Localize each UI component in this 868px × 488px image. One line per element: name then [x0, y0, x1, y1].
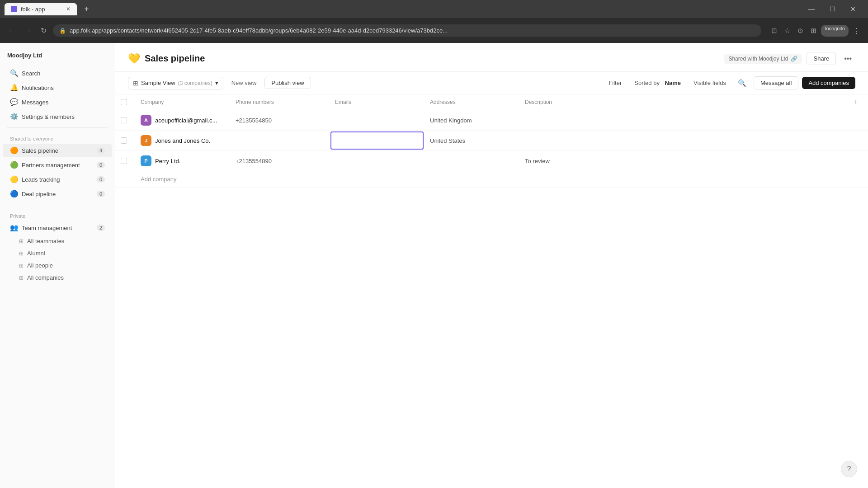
forward-button[interactable]: → [22, 25, 34, 37]
row-email-cell[interactable] [330, 110, 425, 131]
page-title: Sales pipeline [145, 53, 205, 64]
sidebar-sub-alumni[interactable]: ⊞ Alumni [3, 248, 112, 259]
extensions-button[interactable]: ⊞ [808, 25, 819, 37]
select-all-checkbox[interactable] [121, 99, 127, 105]
filter-button[interactable]: Filter [604, 77, 626, 89]
browser-navbar: ← → ↻ 🔒 app.folk.app/apps/contacts/netwo… [0, 18, 868, 43]
publish-view-button[interactable]: Publish view [264, 77, 311, 89]
row-checkbox-cell [115, 151, 135, 171]
sidebar-item-notifications[interactable]: 🔔 Notifications [3, 81, 112, 94]
header-emails: Emails [330, 94, 425, 110]
row-checkbox[interactable] [121, 158, 127, 164]
sidebar-item-search[interactable]: 🔍 Search [3, 66, 112, 80]
row-desc-cell[interactable] [519, 131, 848, 151]
minimize-button[interactable]: — [801, 0, 822, 18]
sort-key: Name [665, 80, 681, 86]
help-button[interactable]: ? [841, 461, 857, 477]
reload-button[interactable]: ↻ [38, 24, 49, 37]
add-company-label[interactable]: Add company [135, 171, 848, 188]
visible-fields-label: Visible fields [693, 80, 726, 86]
sidebar-item-partners[interactable]: 🟢 Partners management 0 [3, 158, 112, 172]
row-checkbox[interactable] [121, 137, 127, 144]
table-row: J Jones and Jones Co. United States [115, 131, 868, 151]
shared-with-text: Shared with Moodjoy Ltd [728, 56, 788, 62]
sidebar-sub-all-teammates[interactable]: ⊞ All teammates [3, 235, 112, 247]
search-button[interactable]: 🔍 [734, 77, 750, 89]
team-icon: 👥 [10, 224, 18, 232]
row-phone-cell[interactable]: +2135554890 [230, 151, 330, 171]
row-address-cell[interactable]: United Kingdom [425, 110, 519, 131]
sidebar-item-leads[interactable]: 🟡 Leads tracking 0 [3, 173, 112, 186]
header-phone: Phone numbers [230, 94, 330, 110]
company-name: Jones and Jones Co. [155, 137, 210, 144]
table-wrapper: Company Phone numbers Emails Addresses D… [115, 94, 868, 488]
row-checkbox[interactable] [121, 117, 127, 123]
sorted-by-label: Sorted by [634, 80, 660, 86]
row-email-cell[interactable] [330, 151, 425, 171]
shared-with-badge[interactable]: Shared with Moodjoy Ltd 🔗 [724, 54, 802, 64]
new-tab-button[interactable]: + [80, 5, 93, 14]
grid-icon: ⊞ [19, 238, 24, 244]
lock-icon: 🔒 [59, 28, 66, 34]
header-addresses: Addresses [425, 94, 519, 110]
row-phone-cell[interactable] [230, 131, 330, 151]
close-button[interactable]: ✕ [843, 0, 863, 18]
incognito-badge: Incognito [821, 25, 849, 37]
add-companies-button[interactable]: Add companies [802, 77, 855, 89]
sidebar-sub-all-people[interactable]: ⊞ All people [3, 260, 112, 271]
row-company-cell[interactable]: P Perry Ltd. [135, 151, 230, 171]
share-button[interactable]: Share [807, 52, 836, 65]
toolbar: ⊞ Sample View (3 companies) ▾ New view P… [115, 72, 868, 94]
sidebar-item-label: Sales pipeline [22, 147, 93, 154]
sidebar-item-deal-pipeline[interactable]: 🔵 Deal pipeline 0 [3, 187, 112, 201]
page-header: 💛 Sales pipeline Shared with Moodjoy Ltd… [115, 43, 868, 72]
message-all-button[interactable]: Message all [754, 76, 798, 89]
add-company-row[interactable]: Add company [115, 171, 868, 188]
sidebar-item-label: Team management [22, 225, 93, 231]
row-add-cell [848, 131, 868, 151]
filter-label: Filter [609, 80, 622, 86]
more-options-button[interactable]: ••• [840, 53, 855, 65]
header-add-col[interactable]: + [848, 94, 868, 110]
company-avatar: J [141, 135, 151, 146]
back-button[interactable]: ← [5, 25, 18, 37]
leads-icon: 🟡 [10, 175, 18, 183]
tab-close-button[interactable]: ✕ [66, 6, 71, 12]
row-company-cell[interactable]: J Jones and Jones Co. [135, 131, 230, 151]
view-name: Sample View [141, 80, 175, 86]
address-bar[interactable]: 🔒 app.folk.app/apps/contacts/network/4f6… [53, 24, 761, 37]
row-desc-cell[interactable] [519, 110, 848, 131]
chevron-down-icon: ▾ [215, 80, 218, 86]
row-email-cell[interactable] [330, 131, 425, 151]
view-selector[interactable]: ⊞ Sample View (3 companies) ▾ [128, 77, 223, 89]
sidebar-item-label: Notifications [22, 84, 105, 91]
sales-pipeline-icon: 🟠 [10, 146, 18, 155]
row-address-cell[interactable]: United States [425, 131, 519, 151]
visible-fields-button[interactable]: Visible fields [689, 77, 731, 89]
maximize-button[interactable]: ☐ [822, 0, 843, 18]
sidebar-item-settings[interactable]: ⚙️ Settings & members [3, 110, 112, 123]
sidebar-item-messages[interactable]: 💬 Messages [3, 95, 112, 109]
new-view-button[interactable]: New view [227, 77, 261, 89]
profile-button[interactable]: ⊙ [795, 25, 806, 37]
sidebar-item-sales-pipeline[interactable]: 🟠 Sales pipeline 4 [3, 144, 112, 157]
browser-tab[interactable]: folk - app ✕ [5, 3, 77, 15]
sub-item-label: All teammates [27, 238, 64, 244]
row-phone-cell[interactable]: +2135554850 [230, 110, 330, 131]
menu-button[interactable]: ⋮ [850, 25, 863, 37]
url-text: app.folk.app/apps/contacts/network/4f652… [70, 27, 755, 34]
sidebar-sub-all-companies[interactable]: ⊞ All companies [3, 272, 112, 283]
browser-actions: ⊡ ☆ ⊙ ⊞ Incognito ⋮ [769, 25, 863, 37]
search-icon: 🔍 [10, 69, 18, 77]
page-emoji: 💛 [128, 53, 140, 65]
bookmark-button[interactable]: ☆ [782, 25, 793, 37]
sidebar-logo[interactable]: Moodjoy Ltd [0, 50, 115, 66]
row-desc-cell[interactable]: To review [519, 151, 848, 171]
settings-icon: ⚙️ [10, 113, 18, 121]
row-address-cell[interactable] [425, 151, 519, 171]
sidebar-item-label: Search [22, 70, 105, 77]
sidebar-item-team-management[interactable]: 👥 Team management 2 [3, 221, 112, 235]
sorted-by-control[interactable]: Sorted by Name [630, 77, 685, 89]
cast-button[interactable]: ⊡ [769, 25, 780, 37]
row-company-cell[interactable]: A aceupofficial@gmail.c... [135, 110, 230, 131]
